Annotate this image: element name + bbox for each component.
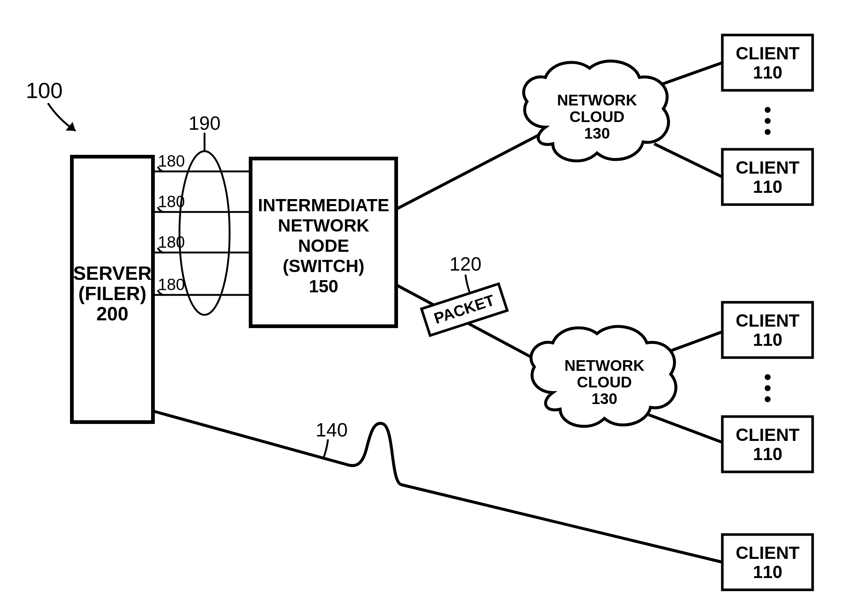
client-5-label: CLIENT [736, 543, 799, 563]
packet-box: PACKET [422, 284, 507, 335]
client-5-ref: 110 [753, 562, 782, 582]
direct-link-ref: 140 [316, 419, 348, 440]
switch-ref: 150 [309, 277, 338, 296]
links-ref-1: 180 [158, 152, 185, 170]
server-ref: 200 [97, 303, 129, 324]
links-ref-2: 180 [158, 192, 185, 211]
server-label-2: (FILER) [79, 283, 147, 304]
svg-point-7 [765, 396, 771, 402]
client-1-label: CLIENT [736, 44, 799, 63]
cloud-top-label-2: CLOUD [569, 108, 624, 125]
client-4-ref: 110 [753, 444, 782, 464]
links-ref-3: 180 [158, 233, 185, 251]
cloud-bottom-ref: 130 [592, 390, 617, 407]
links-ref-group: 180 180 180 180 [158, 152, 185, 294]
direct-link [153, 411, 722, 562]
leadline-140 [323, 439, 328, 458]
leadline-120 [465, 275, 469, 292]
conn-cloud-top-client-2 [654, 144, 722, 177]
svg-point-2 [765, 107, 771, 113]
conn-cloud-bottom-client-2 [648, 415, 722, 442]
switch-label-4: (SWITCH) [283, 256, 364, 276]
link-bundle-icon [179, 151, 229, 315]
server-label-1: SERVER [73, 262, 152, 284]
figure-ref-arrow-icon [48, 103, 75, 131]
conn-switch-cloud-top [394, 133, 543, 210]
cloud-top-ref: 130 [584, 124, 610, 142]
client-2-label: CLIENT [736, 158, 799, 177]
client-3-label: CLIENT [736, 311, 799, 330]
client-4-label: CLIENT [736, 425, 799, 445]
network-diagram: PACKET 100 190 180 180 180 180 SERVER [0, 0, 862, 616]
switch-label-3: NODE [298, 236, 349, 256]
packet-ref: 120 [450, 253, 482, 275]
switch-label-2: NETWORK [278, 216, 369, 235]
client-3-ref: 110 [753, 330, 782, 349]
svg-point-5 [765, 374, 771, 380]
figure-ref: 100 [26, 78, 63, 103]
svg-point-4 [765, 129, 771, 135]
switch-label-1: INTERMEDIATE [258, 195, 389, 215]
links-ref-4: 180 [158, 275, 185, 294]
client-2-ref: 110 [753, 177, 782, 196]
cloud-bottom-label-2: CLOUD [577, 374, 632, 391]
ellipsis-bottom-icon [765, 374, 771, 402]
link-group-ref: 190 [189, 112, 221, 134]
cloud-bottom-label-1: NETWORK [565, 357, 645, 374]
svg-point-3 [765, 118, 771, 124]
svg-point-6 [765, 385, 771, 391]
client-1-ref: 110 [753, 63, 782, 82]
svg-marker-0 [66, 122, 75, 131]
ellipsis-top-icon [765, 107, 771, 135]
cloud-top-label-1: NETWORK [557, 91, 637, 109]
